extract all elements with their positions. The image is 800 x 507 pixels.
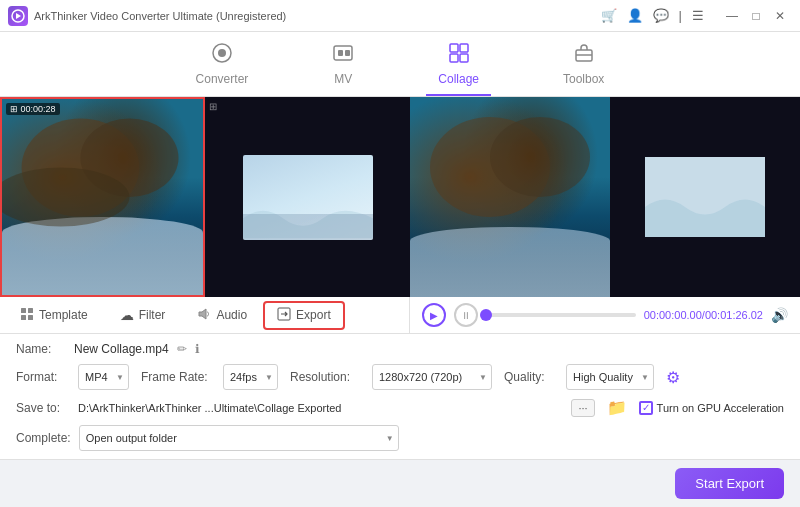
- gpu-label: Turn on GPU Acceleration: [657, 402, 784, 414]
- svg-rect-19: [21, 308, 26, 313]
- complete-select[interactable]: Open output folder: [79, 425, 399, 451]
- timestamp-badge: ⊞ 00:00:28: [6, 103, 60, 115]
- controls-row: Template ☁ Filter Audio Export: [0, 297, 800, 334]
- preview-main: [410, 97, 610, 297]
- cart-icon[interactable]: 🛒: [601, 8, 617, 23]
- thumb-waves: [243, 197, 373, 240]
- tab-collage[interactable]: Collage: [426, 38, 491, 96]
- svg-marker-1: [16, 13, 21, 19]
- title-bar-icons: 🛒 👤 💬 | ☰: [601, 8, 704, 23]
- svg-rect-5: [338, 50, 343, 56]
- app-icon: [8, 6, 28, 26]
- tab-mv-label: MV: [334, 72, 352, 86]
- volume-icon[interactable]: 🔊: [771, 307, 788, 323]
- tab-toolbox[interactable]: Toolbox: [551, 38, 616, 96]
- save-path-container: D:\ArkThinker\ArkThinker ...Ultimate\Col…: [78, 399, 595, 417]
- saveto-label: Save to:: [16, 401, 66, 415]
- svg-rect-21: [21, 315, 26, 320]
- grid-icon: ⊞: [209, 101, 217, 112]
- quality-select[interactable]: High Quality: [566, 364, 654, 390]
- gear-icon[interactable]: ⚙: [666, 368, 680, 387]
- filter-tab[interactable]: ☁ Filter: [104, 299, 182, 331]
- audio-icon: [197, 307, 211, 324]
- template-tab[interactable]: Template: [4, 299, 104, 332]
- framerate-select[interactable]: 24fps: [223, 364, 278, 390]
- progress-track[interactable]: [486, 313, 636, 317]
- audio-tab[interactable]: Audio: [181, 299, 263, 332]
- name-value: New Collage.mp4: [74, 342, 169, 356]
- edit-panel: ⊞ 00:00:28 ⊞: [0, 97, 410, 297]
- complete-row: Complete: Open output folder: [16, 425, 784, 451]
- progress-thumb: [480, 309, 492, 321]
- tab-converter[interactable]: Converter: [184, 38, 261, 96]
- filter-icon: ☁: [120, 307, 134, 323]
- playback-section: ▶ ⏸ 00:00:00.00/00:01:26.02 🔊: [410, 297, 800, 333]
- complete-label: Complete:: [16, 431, 71, 445]
- collage-icon: [448, 42, 470, 69]
- video-right[interactable]: ⊞: [205, 97, 410, 297]
- play-button[interactable]: ▶: [422, 303, 446, 327]
- resolution-select[interactable]: 1280x720 (720p): [372, 364, 492, 390]
- svg-point-17: [490, 117, 590, 197]
- format-row: Format: MP4 Frame Rate: 24fps Resolution…: [16, 364, 784, 390]
- time-current: 00:00:00.00: [644, 309, 702, 321]
- start-export-button[interactable]: Start Export: [675, 468, 784, 499]
- converter-icon: [211, 42, 233, 69]
- toolbox-icon: [573, 42, 595, 69]
- title-bar: ArkThinker Video Converter Ultimate (Unr…: [0, 0, 800, 32]
- time-total: 00:01:26.02: [705, 309, 763, 321]
- inner-video-thumb: [243, 155, 373, 240]
- resolution-select-wrapper: 1280x720 (720p): [372, 364, 492, 390]
- framerate-label: Frame Rate:: [141, 370, 211, 384]
- saveto-row: Save to: D:\ArkThinker\ArkThinker ...Ult…: [16, 398, 784, 417]
- maximize-button[interactable]: □: [744, 6, 768, 26]
- path-text: D:\ArkThinker\ArkThinker ...Ultimate\Col…: [78, 402, 565, 414]
- window-controls: — □ ✕: [720, 6, 792, 26]
- tab-mv[interactable]: MV: [320, 38, 366, 96]
- format-select-wrapper: MP4: [78, 364, 129, 390]
- user-icon[interactable]: 👤: [627, 8, 643, 23]
- minimize-button[interactable]: —: [720, 6, 744, 26]
- svg-rect-6: [345, 50, 350, 56]
- close-button[interactable]: ✕: [768, 6, 792, 26]
- name-label: Name:: [16, 342, 66, 356]
- format-label: Format:: [16, 370, 66, 384]
- name-row: Name: New Collage.mp4 ✏ ℹ: [16, 342, 784, 356]
- gpu-checkbox[interactable]: ✓ Turn on GPU Acceleration: [639, 401, 784, 415]
- format-select[interactable]: MP4: [78, 364, 129, 390]
- preview-rocks-svg: [410, 97, 610, 297]
- time-display: 00:00:00.00/00:01:26.02: [644, 309, 763, 321]
- video-left[interactable]: ⊞ 00:00:28: [0, 97, 205, 297]
- title-bar-left: ArkThinker Video Converter Ultimate (Unr…: [8, 6, 286, 26]
- gpu-checkbox-box[interactable]: ✓: [639, 401, 653, 415]
- chat-icon[interactable]: 💬: [653, 8, 669, 23]
- svg-rect-22: [28, 315, 33, 320]
- resolution-label: Resolution:: [290, 370, 360, 384]
- svg-rect-8: [460, 44, 468, 52]
- tab-collage-label: Collage: [438, 72, 479, 86]
- browse-button[interactable]: ···: [571, 399, 594, 417]
- preview-right-panel: [610, 97, 800, 297]
- checkbox-check: ✓: [642, 402, 650, 413]
- folder-icon[interactable]: 📁: [607, 398, 627, 417]
- rocks-svg: [2, 99, 203, 295]
- pause-button[interactable]: ⏸: [454, 303, 478, 327]
- settings-area: Name: New Collage.mp4 ✏ ℹ Format: MP4 Fr…: [0, 334, 800, 459]
- filter-tab-label: Filter: [139, 308, 166, 322]
- svg-rect-9: [450, 54, 458, 62]
- svg-point-3: [218, 49, 226, 57]
- template-tab-label: Template: [39, 308, 88, 322]
- quality-label: Quality:: [504, 370, 554, 384]
- tab-toolbox-label: Toolbox: [563, 72, 604, 86]
- audio-tab-label: Audio: [216, 308, 247, 322]
- preview-thumb: [645, 157, 765, 237]
- info-icon[interactable]: ℹ: [195, 342, 200, 356]
- preview-panel: [410, 97, 800, 297]
- edit-icon[interactable]: ✏: [177, 342, 187, 356]
- app-title: ArkThinker Video Converter Ultimate (Unr…: [34, 10, 286, 22]
- export-tab[interactable]: Export: [263, 301, 345, 330]
- nav-tabs: Converter MV Collage: [0, 32, 800, 97]
- mv-icon: [332, 42, 354, 69]
- svg-rect-7: [450, 44, 458, 52]
- menu-icon[interactable]: ☰: [692, 8, 704, 23]
